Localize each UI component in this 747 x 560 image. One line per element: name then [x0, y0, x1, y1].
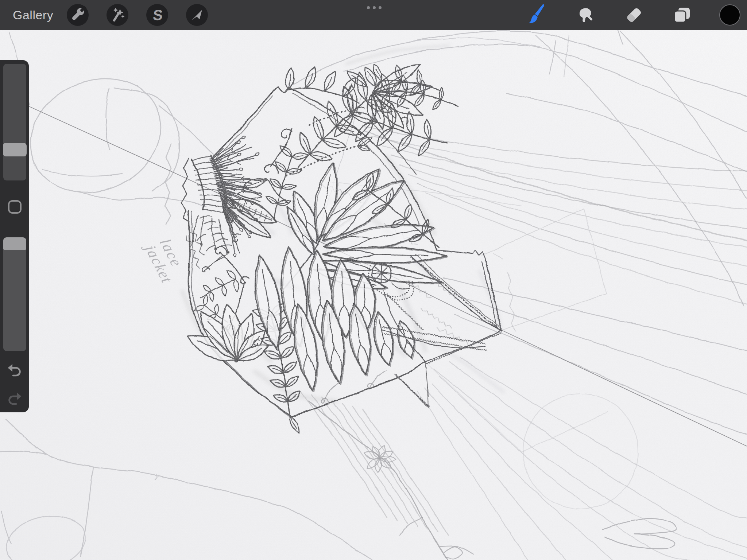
- svg-text:S: S: [152, 7, 163, 23]
